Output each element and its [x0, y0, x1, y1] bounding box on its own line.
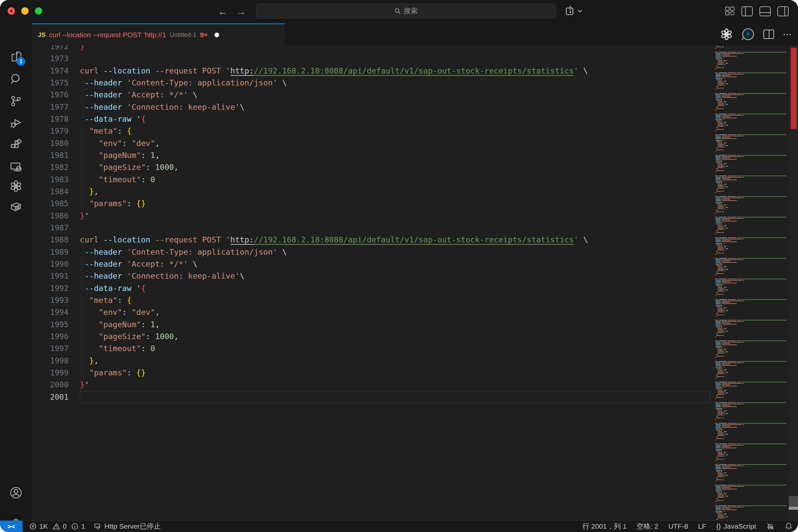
- problems-status[interactable]: 1K 0 1: [29, 522, 85, 530]
- split-editor-icon[interactable]: [763, 30, 774, 39]
- sidebar-item-explorer[interactable]: 1: [0, 47, 32, 66]
- code-line[interactable]: 2000}': [32, 379, 715, 391]
- traffic-light-minimize[interactable]: [21, 7, 28, 15]
- sidebar-item-source-control[interactable]: [0, 92, 32, 110]
- error-icon: [29, 523, 37, 530]
- code-line[interactable]: 1986}': [32, 210, 715, 222]
- code-line[interactable]: 1993 "meta": {: [32, 294, 715, 306]
- sidebar-item-remote-explorer[interactable]: [0, 158, 32, 176]
- more-actions-icon[interactable]: ⋯: [783, 29, 793, 40]
- line-number: 1972: [32, 45, 69, 53]
- sidebar-item-chatgpt[interactable]: [0, 177, 32, 195]
- forward-arrow-button[interactable]: →: [235, 5, 247, 18]
- overview-ruler-error-marker: [791, 48, 797, 129]
- code-line[interactable]: 1998 },: [32, 355, 715, 367]
- line-number: 1991: [32, 270, 69, 282]
- code-line[interactable]: 1973: [32, 53, 715, 64]
- http-server-status[interactable]: Http Server已停止: [94, 522, 160, 531]
- code-line[interactable]: 1989 --header 'Content-Type: application…: [32, 246, 715, 258]
- remote-indicator[interactable]: ><: [0, 521, 23, 532]
- code-line[interactable]: 1978 --data-raw '{: [32, 113, 715, 125]
- code-line[interactable]: 1977 --header 'Connection: keep-alive'\: [32, 101, 715, 113]
- search-icon: [394, 8, 401, 14]
- code-line[interactable]: 1980 "env": "dev",: [32, 137, 715, 149]
- toggle-primary-sidebar-icon[interactable]: [741, 6, 753, 16]
- encoding[interactable]: UTF-8: [668, 522, 688, 530]
- line-number: 1983: [32, 174, 69, 186]
- vscode-window: ← → 搜索: [0, 0, 798, 532]
- line-number: 1979: [32, 125, 69, 137]
- minimap[interactable]: [715, 45, 787, 521]
- code-line[interactable]: 1987: [32, 222, 715, 234]
- code-line[interactable]: 1994 "env": "dev",: [32, 306, 715, 318]
- code-line[interactable]: 1976 --header 'Accept: */*' \: [32, 89, 715, 101]
- code-line[interactable]: 1974curl --location --request POST 'http…: [32, 65, 715, 77]
- traffic-light-close[interactable]: [8, 7, 15, 15]
- chatgpt-icon[interactable]: [720, 28, 733, 41]
- customize-layout-icon[interactable]: [725, 6, 735, 15]
- eol-indicator[interactable]: LF: [698, 522, 706, 530]
- line-number: 1999: [32, 367, 69, 379]
- line-number: 1997: [32, 342, 69, 355]
- command-center-search[interactable]: 搜索: [256, 4, 556, 18]
- traffic-light-zoom[interactable]: [35, 7, 42, 15]
- modified-dot-icon[interactable]: [214, 33, 219, 37]
- line-number: 1982: [32, 161, 69, 173]
- code-line[interactable]: 1991 --header 'Connection: keep-alive'\: [32, 270, 715, 282]
- server-icon: [94, 523, 102, 530]
- braces-icon: {}: [716, 522, 721, 530]
- tab-description: Untitled-1: [170, 31, 196, 39]
- code-line[interactable]: 1983 "timeout": 0: [32, 174, 715, 186]
- line-number: 1980: [32, 137, 69, 149]
- line-number: 1990: [32, 258, 69, 270]
- toggle-secondary-sidebar-icon[interactable]: [777, 6, 789, 16]
- code-line[interactable]: 1996 "pageSize": 1000,: [32, 330, 715, 342]
- notifications-bell-icon[interactable]: [785, 522, 793, 531]
- code-line[interactable]: 1985 "params": {}: [32, 197, 715, 209]
- code-line[interactable]: 1982 "pageSize": 1000,: [32, 161, 715, 173]
- warning-icon: [53, 523, 60, 530]
- code-line[interactable]: 1992 --data-raw '{: [32, 282, 715, 294]
- code-line[interactable]: 1999 "params": {}: [32, 367, 715, 379]
- code-line[interactable]: 1984 },: [32, 186, 715, 197]
- account-icon[interactable]: [0, 483, 32, 502]
- status-bar: >< 1K 0 1 Http Server已停止 行 2001，列 1 空格: …: [0, 520, 798, 532]
- sidebar-item-run-debug[interactable]: [0, 114, 32, 132]
- copilot-disabled-icon[interactable]: [766, 522, 775, 531]
- sidebar-item-container[interactable]: [0, 197, 32, 216]
- line-number: 1987: [32, 222, 69, 234]
- toggle-panel-icon[interactable]: [759, 6, 771, 16]
- code-line[interactable]: 1981 "pageNum": 1,: [32, 149, 715, 161]
- code-line[interactable]: 1995 "pageNum": 1,: [32, 319, 715, 330]
- sidebar-item-extensions[interactable]: [0, 136, 32, 154]
- react-devtools-search-icon[interactable]: ⚛: [741, 27, 755, 41]
- line-number: 1994: [32, 306, 69, 318]
- minimap-slider[interactable]: [789, 507, 798, 510]
- line-number: 1981: [32, 149, 69, 161]
- copilot-sparkle-icon: [565, 5, 575, 17]
- tab-title: curl --location --request POST 'http://1: [49, 31, 166, 39]
- code-line[interactable]: 1975 --header 'Content-Type: application…: [32, 77, 715, 89]
- explorer-badge: 1: [17, 57, 25, 66]
- language-mode[interactable]: {} JavaScript: [716, 522, 756, 530]
- cursor-position[interactable]: 行 2001，列 1: [582, 522, 626, 531]
- code-line[interactable]: 1979 "meta": {: [32, 125, 715, 137]
- line-number: 1978: [32, 113, 69, 125]
- title-bar: ← → 搜索: [0, 0, 798, 24]
- vertical-scrollbar[interactable]: [789, 45, 798, 521]
- editor-pane[interactable]: 1972}19731974curl --location --request P…: [32, 45, 798, 521]
- copilot-menu-button[interactable]: [565, 5, 583, 17]
- line-number: 1993: [32, 294, 69, 306]
- code-line[interactable]: 1990 --header 'Accept: */*' \: [32, 258, 715, 270]
- error-count: 1K: [39, 522, 48, 530]
- warning-count: 0: [63, 522, 67, 530]
- indentation[interactable]: 空格: 2: [637, 522, 658, 531]
- code-lines[interactable]: 1972}19731974curl --location --request P…: [32, 45, 715, 403]
- sidebar-item-search[interactable]: [0, 70, 32, 89]
- current-line-highlight: [80, 391, 710, 403]
- code-line[interactable]: 1997 "timeout": 0: [32, 342, 715, 355]
- code-line[interactable]: 1972}: [32, 45, 715, 53]
- tab-untitled-1[interactable]: JS curl --location --request POST 'http:…: [32, 23, 285, 45]
- back-arrow-button[interactable]: ←: [217, 5, 229, 18]
- code-line[interactable]: 1988curl --location --request POST 'http…: [32, 234, 715, 246]
